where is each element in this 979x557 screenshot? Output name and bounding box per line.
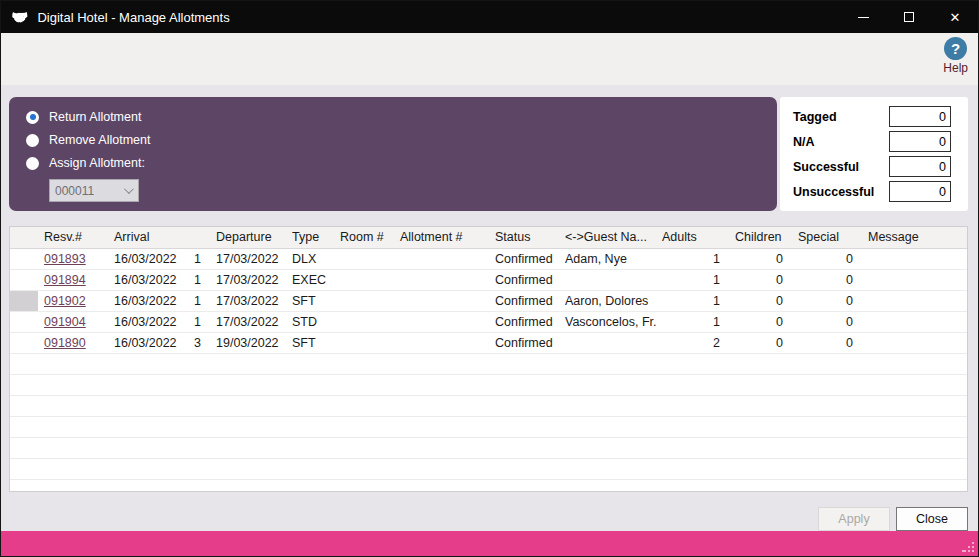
col-guest-name[interactable]: <->Guest Na... [559,227,656,248]
cell-special: 0 [792,248,862,269]
table-row-selected[interactable]: 091902 16/03/2022 1 17/03/2022 SFT Confi… [10,290,968,311]
cell-guest [559,269,656,290]
chevron-down-icon [124,184,134,194]
resize-grip-icon[interactable] [962,541,974,553]
table-row[interactable]: 091890 16/03/2022 3 19/03/2022 SFT Confi… [10,332,968,353]
resv-link[interactable]: 091904 [44,315,86,329]
row-selector-cell[interactable] [10,248,38,269]
cell-arrival: 16/03/2022 [108,311,192,332]
cell-guest [559,332,656,353]
row-selector-cell[interactable] [10,290,38,311]
resv-link[interactable]: 091902 [44,294,86,308]
empty-row [10,458,968,479]
col-arrival[interactable]: Arrival [108,227,192,248]
cell-allotment [394,332,489,353]
minimize-button[interactable] [840,1,886,33]
resv-link[interactable]: 091894 [44,273,86,287]
cell-adults: 2 [656,332,729,353]
cell-type: SFT [286,332,334,353]
row-selector-cell[interactable] [10,311,38,332]
cell-message [862,248,968,269]
close-button[interactable]: Close [896,507,968,531]
radio-unselected-icon [26,134,39,147]
cell-message [862,290,968,311]
table-row[interactable]: 091894 16/03/2022 1 17/03/2022 EXEC Conf… [10,269,968,290]
cell-allotment [394,248,489,269]
radio-label: Return Allotment [49,110,141,124]
cell-nights: 1 [192,269,210,290]
cell-type: STD [286,311,334,332]
table-row[interactable]: 091893 16/03/2022 1 17/03/2022 DLX Confi… [10,248,968,269]
handshake-icon: 🤝 [11,10,28,24]
status-bar [1,531,978,556]
allotment-options-panel: Return Allotment Remove Allotment Assign… [9,97,777,211]
col-message[interactable]: Message [862,227,968,248]
toolbar: ? Help [1,33,978,85]
empty-row [10,395,968,416]
col-resv[interactable]: Resv.# [38,227,108,248]
cell-arrival: 16/03/2022 [108,290,192,311]
cell-guest: Adam, Nye [559,248,656,269]
col-children[interactable]: Children [729,227,792,248]
reservations-grid: Resv.# Arrival Departure Type Room # All… [9,226,968,492]
col-type[interactable]: Type [286,227,334,248]
cell-children: 0 [729,311,792,332]
radio-return-allotment[interactable]: Return Allotment [26,110,777,124]
help-label: Help [943,61,968,75]
cell-departure: 17/03/2022 [210,290,286,311]
cell-status: Confirmed [489,290,559,311]
actions-row: Apply Close [9,507,968,531]
cell-nights: 1 [192,248,210,269]
cell-room [334,290,394,311]
help-icon: ? [944,37,967,60]
resv-link[interactable]: 091890 [44,336,86,350]
cell-nights: 3 [192,332,210,353]
minimize-icon [858,17,869,18]
na-count-field[interactable] [889,131,951,152]
radio-assign-allotment[interactable]: Assign Allotment: [26,156,777,170]
maximize-button[interactable] [886,1,932,33]
col-special[interactable]: Special [792,227,862,248]
cell-departure: 17/03/2022 [210,311,286,332]
cell-special: 0 [792,290,862,311]
cell-allotment [394,290,489,311]
row-selector-cell[interactable] [10,332,38,353]
successful-count-field[interactable] [889,156,951,177]
cell-departure: 19/03/2022 [210,332,286,353]
close-window-button[interactable]: ✕ [932,1,978,33]
grid-header-row: Resv.# Arrival Departure Type Room # All… [10,227,968,248]
cell-special: 0 [792,332,862,353]
maximize-icon [904,12,914,22]
cell-status: Confirmed [489,311,559,332]
help-button[interactable]: ? Help [943,37,968,75]
titlebar: 🤝 Digital Hotel - Manage Allotments ✕ [1,1,978,33]
cell-arrival: 16/03/2022 [108,332,192,353]
tagged-count-field[interactable] [889,106,951,127]
empty-row [10,374,968,395]
apply-button[interactable]: Apply [818,507,890,531]
row-selector-cell[interactable] [10,269,38,290]
unsuccessful-count-field[interactable] [889,181,951,202]
radio-label: Assign Allotment: [49,156,145,170]
col-room[interactable]: Room # [334,227,394,248]
stat-label: Unsuccessful [793,185,874,199]
radio-remove-allotment[interactable]: Remove Allotment [26,133,777,147]
cell-special: 0 [792,269,862,290]
empty-row [10,416,968,437]
window-controls: ✕ [840,1,978,33]
cell-message [862,332,968,353]
col-adults[interactable]: Adults [656,227,729,248]
cell-arrival: 16/03/2022 [108,248,192,269]
cell-guest: Aaron, Dolores [559,290,656,311]
stat-row-tagged: Tagged [793,106,951,127]
col-departure[interactable]: Departure [210,227,286,248]
allotment-number-dropdown[interactable]: 000011 [49,179,139,202]
cell-type: SFT [286,290,334,311]
stat-row-na: N/A [793,131,951,152]
col-status[interactable]: Status [489,227,559,248]
resv-link[interactable]: 091893 [44,252,86,266]
table-row[interactable]: 091904 16/03/2022 1 17/03/2022 STD Confi… [10,311,968,332]
cell-children: 0 [729,248,792,269]
col-allotment[interactable]: Allotment # [394,227,489,248]
cell-message [862,311,968,332]
